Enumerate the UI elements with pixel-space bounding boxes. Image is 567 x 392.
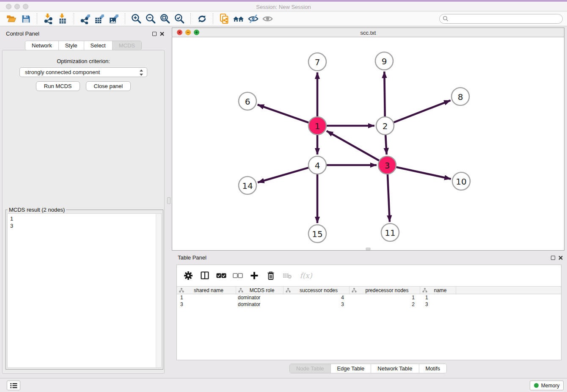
node-7[interactable]: 7 (308, 53, 326, 71)
column-header-name[interactable]: name (420, 287, 456, 294)
splitter-grip[interactable] (167, 197, 171, 204)
table-row[interactable]: 1dominator411 (177, 294, 561, 301)
edge-1-6[interactable] (258, 105, 309, 122)
edge-3-10[interactable] (396, 167, 451, 179)
node-8[interactable]: 8 (451, 88, 469, 105)
mcds-result-area[interactable]: 1 3 (7, 213, 162, 368)
hierarchy-icon (179, 288, 184, 293)
cell-successor-nodes[interactable]: 3 (284, 301, 350, 308)
task-history-button[interactable] (7, 381, 20, 390)
node-label: 4 (315, 160, 320, 171)
network-canvas[interactable]: 7968124314101511 (172, 37, 564, 250)
settings-gear-icon[interactable] (183, 271, 193, 281)
search-box[interactable] (439, 14, 563, 24)
node-2[interactable]: 2 (376, 117, 394, 135)
mcds-result-fieldset: MCDS result (2 nodes) 1 3 (6, 210, 163, 370)
column-header-shared-name[interactable]: shared name (177, 287, 236, 294)
export-network-icon[interactable] (78, 12, 92, 25)
refresh-icon[interactable] (195, 12, 209, 25)
cell-name[interactable]: 1 (420, 294, 456, 301)
node-3[interactable]: 3 (378, 156, 396, 174)
edge-2-8[interactable] (394, 100, 451, 122)
zoom-in-icon[interactable] (129, 12, 143, 25)
cell-shared-name[interactable]: 1 (177, 294, 236, 301)
edge-3-1[interactable] (327, 131, 379, 160)
mcds-result-text: 1 3 (10, 215, 13, 229)
edge-2-9[interactable] (384, 72, 385, 116)
node-1[interactable]: 1 (308, 117, 326, 135)
select-all-icon[interactable] (216, 271, 226, 281)
result-scrollbar[interactable] (156, 214, 161, 367)
node-9[interactable]: 9 (375, 52, 393, 70)
main-toolbar (0, 11, 567, 26)
network-window-titlebar[interactable]: scc.txt (172, 28, 564, 37)
show-all-icon[interactable] (260, 12, 275, 25)
column-header-successor-nodes[interactable]: successor nodes (284, 287, 350, 294)
tab-select[interactable]: Select (84, 41, 113, 50)
float-panel-icon[interactable] (152, 32, 157, 36)
control-panel-title: Control Panel (6, 30, 39, 37)
close-table-panel-icon[interactable] (558, 255, 563, 260)
float-table-panel-icon[interactable] (551, 256, 555, 260)
export-image-icon[interactable] (107, 12, 121, 25)
cell-successor-nodes[interactable]: 4 (284, 294, 350, 301)
edge-4-14[interactable] (258, 168, 308, 182)
app-titlebar: Session: New Session (0, 2, 567, 11)
criterion-dropdown[interactable]: strongly connected component (19, 67, 147, 77)
node-14[interactable]: 14 (239, 177, 256, 194)
node-table-container: f(x) shared nameMCDS rolesuccessor nodes… (176, 265, 561, 360)
save-session-icon[interactable] (19, 12, 33, 25)
node-15[interactable]: 15 (308, 225, 326, 243)
criterion-dropdown-value: strongly connected component (25, 69, 100, 75)
import-table-icon[interactable] (55, 12, 70, 25)
table-row[interactable]: 3dominator323 (177, 301, 561, 308)
toolbar-separator (74, 13, 74, 24)
export-table-icon[interactable] (92, 12, 107, 25)
node-6[interactable]: 6 (239, 92, 256, 110)
delete-column-icon[interactable] (266, 271, 276, 281)
table-toolbar: f(x) (179, 267, 313, 284)
node-label: 7 (315, 57, 320, 67)
column-header-MCDS-role[interactable]: MCDS role (236, 287, 284, 294)
edge-3-11[interactable] (388, 174, 390, 222)
search-input[interactable] (449, 15, 562, 23)
cell-MCDS-role[interactable]: dominator (236, 294, 284, 301)
node-4[interactable]: 4 (308, 156, 326, 174)
zoom-out-icon[interactable] (143, 12, 158, 25)
node-11[interactable]: 11 (381, 224, 399, 241)
edge-2-3[interactable] (385, 135, 386, 155)
tab-edge-table[interactable]: Edge Table (330, 364, 371, 373)
mcds-panel: Optimization criterion: strongly connect… (2, 50, 165, 374)
hide-selected-icon[interactable] (246, 12, 260, 25)
tab-mcds[interactable]: MCDS (113, 41, 141, 50)
close-panel-icon[interactable] (160, 31, 165, 36)
close-panel-button[interactable]: Close panel (86, 81, 131, 91)
tab-node-table[interactable]: Node Table (290, 364, 331, 373)
import-network-icon[interactable] (41, 12, 55, 25)
node-label: 8 (458, 92, 463, 102)
deselect-all-icon[interactable] (233, 271, 243, 281)
cell-predecessor-nodes[interactable]: 1 (350, 294, 420, 301)
node-10[interactable]: 10 (452, 172, 470, 190)
column-header-predecessor-nodes[interactable]: predecessor nodes (350, 287, 420, 294)
tab-network[interactable]: Network (25, 41, 59, 50)
run-mcds-button[interactable]: Run MCDS (36, 81, 80, 91)
cell-predecessor-nodes[interactable]: 2 (350, 301, 420, 308)
cell-name[interactable]: 3 (420, 301, 456, 308)
zoom-selected-icon[interactable] (172, 12, 187, 25)
tab-style[interactable]: Style (59, 41, 84, 50)
split-panel-icon[interactable] (200, 271, 210, 281)
cell-shared-name[interactable]: 3 (177, 301, 236, 308)
network-from-selection-icon[interactable] (217, 12, 231, 25)
splitter-grip[interactable] (366, 248, 371, 250)
add-column-icon[interactable] (249, 271, 259, 281)
first-neighbors-icon[interactable] (231, 12, 246, 25)
tab-network-table[interactable]: Network Table (371, 364, 419, 373)
cell-MCDS-role[interactable]: dominator (236, 301, 284, 308)
zoom-fit-icon[interactable] (158, 12, 172, 25)
mcds-result-title: MCDS result (2 nodes) (8, 207, 66, 213)
open-session-icon[interactable] (4, 12, 19, 25)
tab-motifs[interactable]: Motifs (419, 364, 446, 373)
memory-button[interactable]: Memory (530, 381, 564, 390)
fx-label: f(x) (300, 271, 312, 280)
